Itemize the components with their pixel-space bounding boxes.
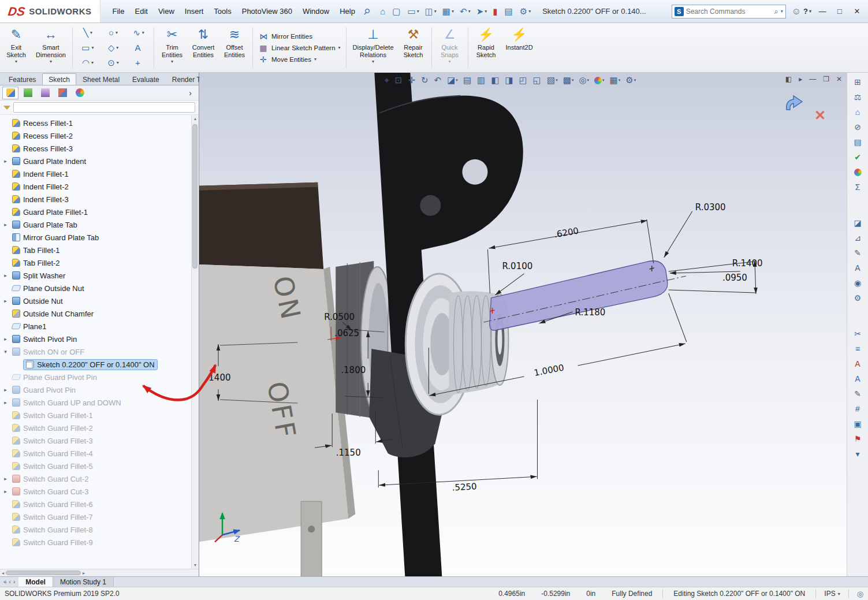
feature-tree-item[interactable]: Plane Outside Nut [1, 282, 191, 295]
gear-icon[interactable]: ⚙ [851, 292, 865, 304]
rectangle-tool[interactable]: ▭ ▾ [76, 41, 100, 55]
repair-sketch-button[interactable]: ⚒ Repair Sketch [398, 25, 429, 70]
propertymanager-tab[interactable] [20, 87, 36, 99]
confirm-sketch-button[interactable] [783, 95, 804, 115]
zoom-to-area-button[interactable]: ⊡ [393, 74, 405, 87]
restore-doc-button[interactable]: ❐ [823, 75, 829, 83]
scroll-down-icon[interactable]: ▾ [194, 562, 196, 568]
menu-window[interactable]: Window [297, 5, 334, 18]
feature-tree-item[interactable]: ▸ Split Washer [1, 269, 191, 282]
view-back-button[interactable]: ▥ [475, 74, 488, 87]
display-delete-relations-button[interactable]: ⊥ Display/Delete Relations ▾ [349, 25, 397, 70]
minimize-button[interactable]: — [814, 4, 831, 19]
menu-tools[interactable]: Tools [208, 5, 236, 18]
previous-view-button[interactable]: ↶ [432, 74, 445, 87]
configurationmanager-tab[interactable] [37, 87, 53, 99]
scroll-left-icon[interactable]: ◂ [2, 571, 4, 576]
feature-tree-item[interactable]: Indent Fillet-2 [1, 180, 191, 193]
mounting-flange[interactable] [301, 501, 322, 576]
sketch-pencil-icon[interactable]: ✎ [851, 247, 865, 259]
grid-icon[interactable]: # [851, 403, 865, 415]
displaymanager-tab[interactable] [72, 87, 88, 99]
flag-icon[interactable]: ⚑ [851, 433, 865, 445]
feature-tree-item[interactable]: Tab Fillet-2 [1, 256, 191, 269]
zoom-to-fit-button[interactable]: ⌖ [382, 74, 392, 87]
cancel-sketch-button[interactable]: ✕ [814, 109, 826, 122]
expand-arrow-icon[interactable]: ▾ [1, 349, 10, 355]
trim-scissors-icon[interactable]: ✂ [851, 328, 865, 340]
hscrollbar-thumb[interactable] [6, 571, 81, 575]
expand-arrow-icon[interactable]: ▸ [1, 336, 10, 342]
save-button[interactable]: ◫ ▾ [423, 5, 439, 18]
discard-icon[interactable]: ⊘ [851, 121, 865, 133]
format-text-icon[interactable]: A [851, 373, 865, 385]
resources-home-icon[interactable]: ⌂ [851, 106, 865, 118]
feature-tree-item[interactable]: Switch Guard Fillet-5 [1, 460, 191, 472]
undo-button[interactable]: ↶ ▾ [457, 5, 473, 18]
feature-tree-item[interactable]: Tab Fillet-1 [1, 244, 191, 256]
feature-tree-item[interactable]: ▸ Switch Guard Cut-2 [1, 472, 191, 485]
feature-tree-item[interactable]: Sketch 0.2200" OFF or 0.1400" ON [1, 358, 191, 371]
apply-check-icon[interactable]: ✔ [851, 151, 865, 163]
section-view-icon[interactable]: ◪ [851, 217, 865, 229]
dimension-label[interactable]: .1800 [341, 365, 366, 375]
tab-features[interactable]: Features [2, 73, 42, 85]
trim-entities-button[interactable]: ✂ Trim Entities ▾ [157, 25, 187, 70]
dimxpertmanager-tab[interactable] [54, 87, 70, 99]
view-left-button[interactable]: ◧ [489, 74, 502, 87]
units-selector[interactable]: IPS ▾ [818, 590, 845, 598]
view-front-button[interactable]: ▤ [461, 74, 474, 87]
exit-sketch-button[interactable]: ✎ Exit Sketch ▾ [1, 25, 31, 70]
feature-tree-item[interactable]: Indent Fillet-3 [1, 193, 191, 206]
menu-insert[interactable]: Insert [180, 5, 209, 18]
feature-tree-item[interactable]: ▸ Switch Pivot Pin [1, 333, 191, 345]
maximize-button[interactable]: □ [831, 4, 848, 19]
camera-icon[interactable]: ◉ [851, 277, 865, 289]
user-account-icon[interactable]: ☺ [792, 6, 801, 17]
expand-arrow-icon[interactable]: ▸ [1, 387, 10, 393]
feature-tree-item[interactable]: Switch Guard Fillet-4 [1, 447, 191, 460]
help-button[interactable]: ?▾ [803, 7, 811, 16]
feature-tree-item[interactable]: Guard Plate Fillet-1 [1, 206, 191, 218]
scroll-up-icon[interactable]: ▴ [194, 116, 196, 121]
feature-tree-item[interactable]: Plane1 [1, 320, 191, 333]
feature-tree-item[interactable]: Recess Fillet-2 [1, 129, 191, 142]
feature-tree-item[interactable]: Switch Guard Fillet-3 [1, 434, 191, 447]
status-options-icon[interactable]: ◎ [851, 590, 863, 598]
search-input[interactable] [686, 8, 772, 16]
expand-arrow-icon[interactable]: ▸ [1, 400, 10, 405]
view-right-button[interactable]: ◨ [502, 74, 516, 87]
close-doc-button[interactable]: ✕ [836, 75, 842, 83]
selection-filter-icon[interactable]: ⊞ [851, 76, 865, 88]
spline-tool[interactable]: ∿ ▾ [126, 26, 151, 40]
expand-arrow-icon[interactable]: ▸ [1, 222, 10, 228]
featuremanager-tab[interactable] [2, 87, 18, 99]
expand-arrow-icon[interactable]: ▸ [1, 298, 10, 304]
expand-arrow-icon[interactable]: ▸ [1, 489, 10, 494]
model-tab[interactable]: Model [18, 577, 53, 587]
point-tool[interactable]: + [126, 56, 151, 70]
select-button[interactable]: ➤ ▾ [474, 5, 490, 18]
list-icon[interactable]: ≡ [851, 343, 865, 355]
menu-file[interactable]: File [107, 5, 130, 18]
feature-tree-item[interactable]: Mirror Guard Plate Tab [1, 231, 191, 244]
feature-tree-item[interactable]: ▸ Guard Pivot Pin [1, 383, 191, 396]
menu-photoview-360[interactable]: PhotoView 360 [237, 5, 297, 18]
feature-tree-item[interactable]: Indent Fillet-1 [1, 167, 191, 180]
close-button[interactable]: ✕ [848, 4, 866, 19]
dimension-label[interactable]: R.0300 [695, 202, 726, 213]
feature-tree-item[interactable]: Outside Nut Chamfer [1, 307, 191, 320]
mirror-entities-button[interactable]: ⋈ Mirror Entities [258, 32, 341, 41]
dimension-label[interactable]: .6200 [553, 225, 579, 240]
move-entities-button[interactable]: ✛ Move Entities ▾ [258, 55, 341, 64]
tree-scrollbar-thumb[interactable] [192, 124, 198, 269]
scroll-right-icon[interactable]: ▸ [83, 571, 85, 576]
ellipse-tool[interactable]: ⊙ ▾ [101, 56, 125, 70]
feature-tree-item[interactable]: Switch Guard Fillet-2 [1, 422, 191, 434]
note-icon[interactable]: A [851, 262, 865, 274]
feature-tree-item[interactable]: Switch Guard Fillet-1 [1, 409, 191, 422]
apply-scene-button[interactable]: ▦ ▾ [608, 74, 623, 87]
panel-expand-chevron-icon[interactable]: › [184, 88, 196, 98]
dimension-label[interactable]: 1.0000 [533, 362, 565, 378]
view-orientation-button[interactable]: ▧ ▾ [545, 74, 560, 87]
